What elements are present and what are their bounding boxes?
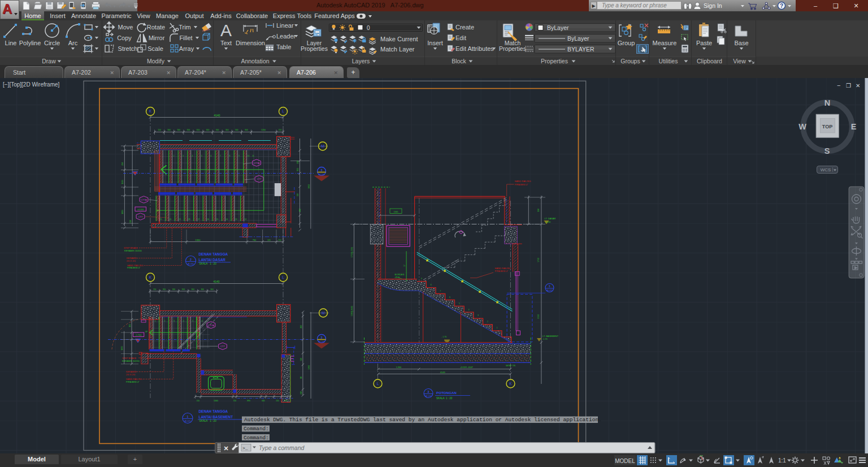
svg-text:1260: 1260 (308, 365, 310, 370)
svg-text:PIPA BESI 4": PIPA BESI 4" (127, 266, 141, 269)
svg-text:3: 3 (321, 336, 323, 339)
svg-text:Edit Attributes: Edit Attributes (455, 45, 494, 52)
svg-text:ByLayer: ByLayer (567, 35, 589, 42)
svg-text:CT7: CT7 (138, 215, 144, 218)
svg-text:300: 300 (197, 129, 200, 131)
svg-text:6: 6 (202, 320, 203, 322)
svg-text:3: 3 (321, 168, 323, 172)
svg-text:1815: 1815 (121, 210, 124, 214)
svg-text:KERAMIK 30X30: KERAMIK 30X30 (124, 249, 142, 252)
svg-text:Match Layer: Match Layer (380, 46, 415, 53)
svg-text:240: 240 (300, 391, 302, 395)
svg-text:Insert: Insert (427, 40, 443, 46)
svg-text:Annotation: Annotation (241, 58, 269, 64)
svg-text:302: 302 (300, 325, 302, 328)
svg-text:Clipboard: Clipboard (697, 58, 722, 64)
svg-text:Dimension: Dimension (236, 40, 265, 46)
svg-text:Leader: Leader (276, 33, 296, 40)
svg-text:1345: 1345 (394, 211, 398, 213)
svg-text:300: 300 (167, 129, 171, 131)
svg-text:2: 2 (173, 155, 175, 157)
svg-text:±0.00: ±0.00 (545, 221, 550, 223)
svg-text:6: 6 (211, 155, 212, 157)
svg-text:Array: Array (179, 45, 194, 52)
svg-text:UP: UP (145, 331, 148, 333)
svg-text:150: 150 (300, 358, 302, 361)
svg-text:245: 245 (267, 239, 271, 241)
svg-text:Properties: Properties (499, 45, 526, 52)
svg-text:300: 300 (216, 129, 219, 131)
svg-text:250: 250 (284, 400, 288, 402)
svg-text:17: 17 (198, 218, 200, 220)
svg-text:80: 80 (300, 377, 302, 379)
svg-text:300: 300 (235, 129, 238, 131)
svg-text:CT7A: CT7A (141, 198, 147, 201)
svg-text:20: 20 (170, 218, 172, 220)
svg-text:3: 3 (173, 320, 175, 322)
svg-text:4140: 4140 (213, 280, 219, 283)
svg-text:E: E (851, 122, 857, 131)
svg-text:PIPA BESI 4": PIPA BESI 4" (126, 380, 140, 383)
svg-text:1: 1 (549, 284, 550, 288)
svg-text:L: L (377, 382, 379, 386)
svg-text:A: A (220, 21, 232, 40)
svg-text:1060: 1060 (214, 400, 218, 402)
svg-text:TOP: TOP (822, 124, 832, 129)
svg-text:Properties: Properties (301, 45, 328, 52)
svg-text:CT7A: CT7A (208, 324, 214, 327)
svg-text:M: M (322, 311, 324, 315)
svg-text:302: 302 (299, 209, 301, 212)
svg-text:2/0 X 2/0: 2/0 X 2/0 (126, 373, 136, 376)
svg-text:1850: 1850 (308, 184, 310, 189)
svg-text:POTONGAN: POTONGAN (436, 391, 457, 395)
svg-text:12: 12 (245, 218, 247, 220)
svg-text:DENAH TANGGA: DENAH TANGGA (199, 252, 228, 256)
svg-text:Make Current: Make Current (380, 36, 418, 42)
svg-text:150: 150 (297, 193, 299, 196)
svg-text:W: W (798, 122, 806, 131)
svg-text:Linear: Linear (276, 22, 294, 29)
svg-text:1515: 1515 (121, 180, 124, 184)
svg-text:SKALA 1 : 20: SKALA 1 : 20 (199, 262, 217, 265)
svg-text:4140: 4140 (214, 114, 220, 117)
svg-text:Command:: Command: (244, 426, 269, 432)
svg-text:21: 21 (160, 218, 162, 220)
svg-text:300: 300 (201, 288, 204, 291)
svg-text:165: 165 (129, 324, 131, 327)
svg-text:HAND RAILING: HAND RAILING (515, 180, 531, 183)
svg-text:Paste: Paste (696, 40, 712, 46)
svg-text:1: 1 (187, 415, 189, 418)
svg-text:9: 9 (238, 155, 240, 157)
svg-text:300: 300 (191, 288, 194, 291)
svg-text:760: 760 (253, 239, 257, 241)
svg-text:17: 17 (403, 265, 406, 267)
svg-text:A0-012: A0-012 (546, 289, 553, 292)
svg-text:CT7: CT7 (220, 345, 225, 348)
svg-text:0: 0 (367, 25, 370, 31)
svg-text:LT. BASEMENT: LT. BASEMENT (542, 335, 559, 338)
svg-text:Polyline: Polyline (19, 40, 41, 46)
svg-text:SKALA 1 : 20: SKALA 1 : 20 (436, 397, 453, 400)
svg-text:Command:: Command: (244, 435, 269, 441)
svg-text:2: 2 (190, 258, 192, 261)
svg-text:16: 16 (207, 218, 209, 220)
svg-text:MODEL: MODEL (615, 458, 635, 464)
svg-text:3150: 3150 (537, 314, 540, 319)
svg-text:-1.70: -1.70 (542, 338, 548, 340)
svg-text:±0.000: ±0.000 (137, 209, 144, 211)
svg-text:Copy: Copy (117, 34, 132, 41)
svg-text:300: 300 (163, 288, 166, 291)
svg-text:❐: ❐ (846, 83, 851, 89)
svg-text:1750(+150): 1750(+150) (351, 247, 353, 257)
svg-text:K: K (149, 109, 152, 113)
svg-text:Utilities: Utilities (659, 58, 678, 64)
svg-text:LANTAI BASEMENT: LANTAI BASEMENT (199, 415, 233, 419)
svg-text:Table: Table (276, 44, 291, 50)
svg-text:2: 2 (164, 320, 165, 322)
svg-text:ByLayer: ByLayer (547, 24, 569, 31)
svg-text:SETEP. TIR.: SETEP. TIR. (506, 365, 516, 367)
svg-text:Stretch: Stretch (118, 45, 138, 52)
svg-text:Group: Group (618, 40, 635, 46)
svg-text:PIPA BESI 4": PIPA BESI 4" (495, 270, 509, 273)
svg-text:Scale: Scale (147, 45, 163, 52)
